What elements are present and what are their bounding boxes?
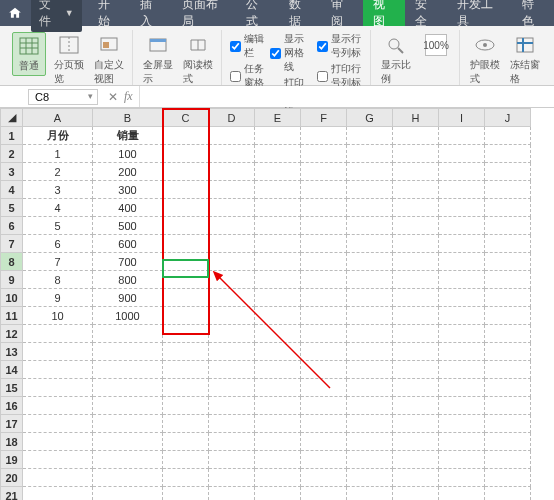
cell-J17[interactable] [485, 415, 531, 433]
cell-F15[interactable] [301, 379, 347, 397]
menu-tab-3[interactable]: 公式 [236, 0, 278, 26]
cell-H17[interactable] [393, 415, 439, 433]
row-header-19[interactable]: 19 [1, 451, 23, 469]
row-header-4[interactable]: 4 [1, 181, 23, 199]
cell-D19[interactable] [209, 451, 255, 469]
cell-E21[interactable] [255, 487, 301, 501]
cell-D5[interactable] [209, 199, 255, 217]
cell-B18[interactable] [93, 433, 163, 451]
cell-B5[interactable]: 400 [93, 199, 163, 217]
cell-B16[interactable] [93, 397, 163, 415]
cell-H2[interactable] [393, 145, 439, 163]
cell-F1[interactable] [301, 127, 347, 145]
col-header-C[interactable]: C [163, 109, 209, 127]
cell-C21[interactable] [163, 487, 209, 501]
cell-C1[interactable] [163, 127, 209, 145]
cell-A5[interactable]: 4 [23, 199, 93, 217]
cell-E13[interactable] [255, 343, 301, 361]
cell-A12[interactable] [23, 325, 93, 343]
cell-D8[interactable] [209, 253, 255, 271]
cell-B2[interactable]: 100 [93, 145, 163, 163]
cell-E8[interactable] [255, 253, 301, 271]
row-header-1[interactable]: 1 [1, 127, 23, 145]
cell-D2[interactable] [209, 145, 255, 163]
cell-E11[interactable] [255, 307, 301, 325]
chk-headings[interactable]: 显示行号列标 [317, 32, 364, 60]
cell-D7[interactable] [209, 235, 255, 253]
cell-I9[interactable] [439, 271, 485, 289]
cell-D1[interactable] [209, 127, 255, 145]
cell-D15[interactable] [209, 379, 255, 397]
cell-G15[interactable] [347, 379, 393, 397]
select-all-corner[interactable]: ◢ [1, 109, 23, 127]
cell-F18[interactable] [301, 433, 347, 451]
cell-A4[interactable]: 3 [23, 181, 93, 199]
cell-C7[interactable] [163, 235, 209, 253]
cell-F16[interactable] [301, 397, 347, 415]
col-header-D[interactable]: D [209, 109, 255, 127]
menu-tab-7[interactable]: 安全 [405, 0, 447, 26]
cell-F5[interactable] [301, 199, 347, 217]
cell-E15[interactable] [255, 379, 301, 397]
cell-I3[interactable] [439, 163, 485, 181]
col-header-A[interactable]: A [23, 109, 93, 127]
chk-formula-bar[interactable]: 编辑栏 [230, 32, 264, 60]
cell-D18[interactable] [209, 433, 255, 451]
cell-C5[interactable] [163, 199, 209, 217]
cell-C17[interactable] [163, 415, 209, 433]
fx-icon[interactable]: fx [124, 89, 133, 104]
cell-J15[interactable] [485, 379, 531, 397]
cell-H3[interactable] [393, 163, 439, 181]
cell-H20[interactable] [393, 469, 439, 487]
cell-F19[interactable] [301, 451, 347, 469]
cell-I2[interactable] [439, 145, 485, 163]
cell-C9[interactable] [163, 271, 209, 289]
cell-H6[interactable] [393, 217, 439, 235]
cell-D3[interactable] [209, 163, 255, 181]
menu-tab-0[interactable]: 开始 [88, 0, 130, 26]
cell-H11[interactable] [393, 307, 439, 325]
cell-D14[interactable] [209, 361, 255, 379]
cell-I21[interactable] [439, 487, 485, 501]
cell-H15[interactable] [393, 379, 439, 397]
cell-J3[interactable] [485, 163, 531, 181]
cell-H10[interactable] [393, 289, 439, 307]
cell-C13[interactable] [163, 343, 209, 361]
cell-I10[interactable] [439, 289, 485, 307]
cell-D9[interactable] [209, 271, 255, 289]
cell-A9[interactable]: 8 [23, 271, 93, 289]
cell-I16[interactable] [439, 397, 485, 415]
col-header-J[interactable]: J [485, 109, 531, 127]
cell-A10[interactable]: 9 [23, 289, 93, 307]
cell-F20[interactable] [301, 469, 347, 487]
file-menu[interactable]: 文件 ▼ [31, 0, 81, 32]
cell-E7[interactable] [255, 235, 301, 253]
view-custom-button[interactable]: 自定义视图 [92, 32, 126, 88]
cell-G14[interactable] [347, 361, 393, 379]
cell-A19[interactable] [23, 451, 93, 469]
cell-C14[interactable] [163, 361, 209, 379]
row-header-7[interactable]: 7 [1, 235, 23, 253]
row-header-9[interactable]: 9 [1, 271, 23, 289]
row-header-14[interactable]: 14 [1, 361, 23, 379]
col-header-F[interactable]: F [301, 109, 347, 127]
cell-J12[interactable] [485, 325, 531, 343]
cell-B12[interactable] [93, 325, 163, 343]
cell-J4[interactable] [485, 181, 531, 199]
cell-C4[interactable] [163, 181, 209, 199]
cell-G16[interactable] [347, 397, 393, 415]
row-header-20[interactable]: 20 [1, 469, 23, 487]
cell-I6[interactable] [439, 217, 485, 235]
view-normal-button[interactable]: 普通 [12, 32, 46, 76]
cell-G19[interactable] [347, 451, 393, 469]
cell-D6[interactable] [209, 217, 255, 235]
cell-A17[interactable] [23, 415, 93, 433]
cell-J2[interactable] [485, 145, 531, 163]
cell-E3[interactable] [255, 163, 301, 181]
cell-C18[interactable] [163, 433, 209, 451]
cell-A1[interactable]: 月份 [23, 127, 93, 145]
cell-D21[interactable] [209, 487, 255, 501]
freeze-button[interactable]: 冻结窗格 [508, 32, 542, 88]
cell-E20[interactable] [255, 469, 301, 487]
row-header-8[interactable]: 8 [1, 253, 23, 271]
